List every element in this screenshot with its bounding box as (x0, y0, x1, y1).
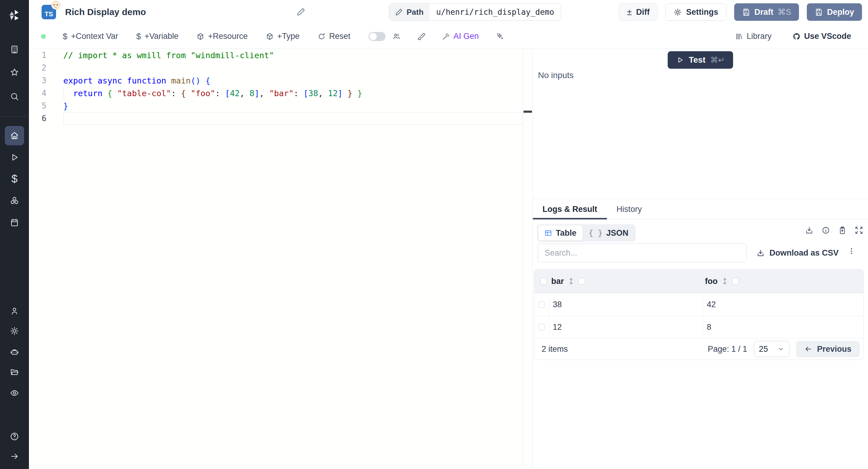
sort-foo-icon[interactable] (722, 277, 728, 285)
row-checkbox[interactable] (538, 301, 545, 308)
line-number: 1 (29, 51, 63, 60)
line-number: 2 (29, 63, 63, 72)
library-icon (735, 33, 743, 40)
settings-gear-icon[interactable] (0, 321, 29, 341)
editor-overview-ruler[interactable] (523, 49, 532, 466)
multiplayer-users-icon[interactable] (393, 33, 401, 40)
variables-dollar-icon[interactable]: $ (0, 169, 29, 189)
tab-logs-and-result[interactable]: Logs & Result (533, 199, 607, 219)
add-resource-button[interactable]: +Resource (196, 32, 247, 41)
column-header-bar[interactable]: bar (551, 277, 564, 286)
code-line[interactable]: 6 (29, 112, 532, 125)
magic-wand-icon (442, 33, 450, 40)
column-header-foo[interactable]: foo (705, 277, 718, 286)
windmill-logo-icon[interactable] (0, 5, 29, 25)
diff-mode-toggle[interactable] (369, 32, 385, 41)
code-text[interactable]: return { "table-col": { "foo": [42, 8], … (63, 87, 523, 99)
test-button[interactable]: Test ⌘↵ (668, 51, 733, 69)
deploy-button[interactable]: Deploy (807, 3, 862, 21)
table-header-row: bar foo (534, 270, 864, 293)
windmill-script-editor: $ TS Rich Display demo (0, 0, 868, 469)
favorites-star-icon[interactable] (0, 63, 29, 82)
path-label-segment: Path (389, 4, 430, 21)
package-icon (196, 33, 204, 40)
line-number: 5 (29, 101, 63, 110)
draft-button[interactable]: Draft ⌘S (734, 3, 799, 21)
use-vscode-button[interactable]: Use VScode (793, 32, 851, 41)
search-icon[interactable] (0, 87, 29, 106)
edit-title-pencil-icon[interactable] (297, 7, 306, 16)
table-options-kebab-icon[interactable] (847, 247, 855, 255)
code-editor[interactable]: 1// import * as wmill from "windmill-cli… (29, 49, 532, 469)
top-bar: TS Rich Display demo Path u/henri/rich_d… (29, 0, 868, 24)
home-nav-icon[interactable] (5, 126, 24, 145)
path-field[interactable]: Path u/henri/rich_display_demo (389, 3, 561, 21)
result-table: bar foo (534, 269, 864, 360)
resources-boxes-icon[interactable] (0, 191, 29, 210)
play-icon (676, 56, 684, 64)
code-line[interactable]: 3export async function main() { (29, 74, 532, 87)
runs-play-icon[interactable] (0, 148, 29, 167)
view-toggle: Table { } JSON (537, 224, 636, 242)
info-icon[interactable] (822, 226, 830, 234)
folders-icon[interactable] (0, 362, 29, 382)
line-number: 3 (29, 76, 63, 85)
path-label: Path (407, 7, 424, 17)
view-toggle-json[interactable]: { } JSON (583, 225, 635, 241)
table-search-input[interactable] (538, 244, 747, 262)
code-line[interactable]: 2 (29, 61, 532, 74)
cell-foo: 42 (703, 293, 864, 316)
download-result-icon[interactable] (805, 226, 813, 234)
code-line[interactable]: 4 return { "table-col": { "foo": [42, 8]… (29, 87, 532, 99)
run-result-panel: Test ⌘↵ No inputs Logs & Result History … (533, 49, 868, 469)
editor-bottom-divider (29, 465, 532, 466)
table-row[interactable]: 12 8 (534, 316, 864, 339)
table-row[interactable]: 38 42 (534, 293, 864, 316)
no-inputs-text: No inputs (538, 70, 574, 80)
add-context-var-button[interactable]: $ +Context Var (63, 32, 118, 41)
ai-gen-button[interactable]: AI Gen (442, 32, 479, 41)
foo-column-checkbox[interactable] (732, 278, 739, 285)
path-value[interactable]: u/henri/rich_display_demo (430, 4, 561, 21)
code-line[interactable]: 5} (29, 99, 532, 112)
previous-page-button[interactable]: Previous (796, 341, 860, 357)
audit-eye-icon[interactable] (0, 383, 29, 403)
left-sidebar: $ (0, 0, 29, 469)
code-text[interactable] (63, 61, 523, 74)
sort-bar-icon[interactable] (568, 277, 574, 285)
download-icon (756, 249, 765, 257)
copy-clipboard-icon[interactable] (838, 226, 846, 234)
page-size-select[interactable]: 25 (754, 341, 789, 357)
code-line[interactable]: 1// import * as wmill from "windmill-cli… (29, 49, 532, 61)
diff-button[interactable]: ± Diff (619, 3, 658, 21)
workers-robot-icon[interactable] (0, 342, 29, 362)
row-checkbox[interactable] (538, 324, 545, 330)
dollar-icon: $ (136, 32, 141, 41)
library-button[interactable]: Library (735, 32, 772, 41)
format-brush-icon[interactable] (417, 33, 425, 40)
reset-button[interactable]: Reset (318, 32, 350, 41)
sparkles-icon[interactable] (496, 33, 504, 40)
download-csv-button[interactable]: Download as CSV (756, 244, 839, 262)
add-type-button[interactable]: +Type (266, 32, 300, 41)
settings-button[interactable]: Settings (665, 3, 726, 21)
workspace-building-icon[interactable] (0, 40, 29, 59)
tab-history[interactable]: History (607, 199, 652, 219)
code-text[interactable]: } (63, 99, 523, 112)
view-toggle-table[interactable]: Table (538, 225, 583, 241)
code-lines: 1// import * as wmill from "windmill-cli… (29, 49, 532, 125)
cell-foo: 8 (703, 316, 864, 338)
select-all-checkbox[interactable] (540, 278, 547, 285)
code-text[interactable] (63, 112, 523, 125)
code-text[interactable]: export async function main() { (63, 74, 523, 87)
expand-fullscreen-icon[interactable] (855, 226, 863, 234)
sidebar-divider (0, 116, 29, 117)
draft-shortcut: ⌘S (778, 7, 791, 17)
schedules-calendar-icon[interactable] (0, 213, 29, 232)
expand-sidebar-arrow-icon[interactable] (0, 447, 29, 466)
bar-column-checkbox[interactable] (578, 278, 585, 285)
code-text[interactable]: // import * as wmill from "windmill-clie… (63, 49, 523, 61)
add-variable-button[interactable]: $ +Variable (136, 32, 179, 41)
users-person-icon[interactable] (0, 302, 29, 321)
help-icon[interactable] (0, 427, 29, 446)
